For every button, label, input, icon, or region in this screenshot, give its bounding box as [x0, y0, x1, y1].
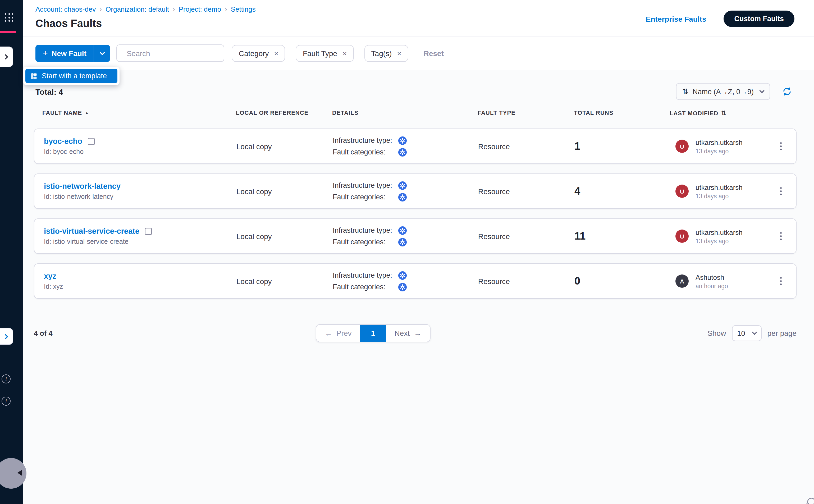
column-label: LOCAL OR REFERENCE	[236, 109, 308, 116]
start-with-template-item[interactable]: Start with a template	[25, 69, 117, 83]
fault-id: Id: byoc-echo	[44, 148, 84, 155]
breadcrumb-separator-icon: ›	[173, 5, 175, 13]
fault-id: Id: istio-network-latency	[44, 193, 113, 200]
new-fault-button[interactable]: + New Fault	[35, 45, 94, 62]
last-modified-cell: U utkarsh.utkarsh 13 days ago	[675, 129, 743, 163]
fault-name-cell: istio-network-latency Id: istio-network-…	[44, 174, 121, 208]
search-box	[117, 44, 225, 62]
column-label: LAST MODIFIED	[670, 110, 718, 116]
breadcrumb-account-link[interactable]: Account: chaos-dev	[35, 5, 96, 13]
column-fault-type: FAULT TYPE	[478, 109, 515, 116]
fault-icon-placeholder	[145, 228, 152, 235]
infra-type-label: Infrastructure type:	[333, 271, 395, 279]
total-runs-value: 1	[574, 129, 580, 163]
header-actions: Enterprise Faults Custom Faults	[646, 11, 794, 27]
page-size-select[interactable]: 10	[732, 325, 761, 341]
breadcrumb-organization-link[interactable]: Organization: default	[106, 5, 169, 13]
start-with-template-label: Start with a template	[42, 72, 107, 80]
template-icon	[30, 72, 38, 80]
page-size-value: 10	[737, 329, 745, 337]
column-last-modified[interactable]: LAST MODIFIED ⇅	[670, 109, 726, 117]
last-modified-cell: U utkarsh.utkarsh 13 days ago	[675, 219, 743, 253]
modified-by-name: utkarsh.utkarsh	[696, 228, 743, 236]
chevron-down-icon	[759, 88, 765, 93]
chevron-right-icon	[3, 54, 8, 59]
kubernetes-icon	[398, 238, 407, 246]
filter-chip-fault-type[interactable]: Fault Type ×	[296, 45, 354, 62]
avatar: A	[675, 274, 689, 288]
chevron-down-icon	[100, 50, 105, 55]
fault-icon-placeholder	[88, 138, 94, 145]
prev-page-button[interactable]: ← Prev	[316, 325, 360, 342]
close-icon[interactable]: ×	[274, 49, 278, 57]
row-menu-button[interactable]	[775, 264, 786, 298]
avatar: U	[675, 230, 689, 243]
chevron-down-icon	[752, 330, 757, 335]
column-total-runs: TOTAL RUNS	[574, 109, 613, 116]
page-header: Account: chaos-dev › Organization: defau…	[23, 0, 814, 36]
local-or-reference-value: Local copy	[236, 264, 272, 298]
fault-categories-label: Fault categories:	[333, 283, 395, 291]
sidebar-expand-button-secondary[interactable]	[0, 328, 13, 345]
page-1-button[interactable]: 1	[360, 325, 386, 342]
help-chat-icon[interactable]	[805, 496, 814, 504]
nav-resize-handle[interactable]	[0, 458, 26, 489]
filter-chips: Category × Fault Type × Tag(s) ×	[232, 45, 408, 62]
modified-by-name: utkarsh.utkarsh	[696, 138, 743, 146]
search-input[interactable]	[127, 49, 222, 57]
sort-ascending-icon: ▲	[85, 110, 89, 115]
collapse-arrow-icon	[17, 470, 22, 476]
breadcrumb-project-link[interactable]: Project: demo	[179, 5, 221, 13]
fault-id: Id: istio-virtual-service-create	[44, 238, 129, 245]
modified-time: an hour ago	[696, 283, 728, 289]
sort-icon: ⇅	[721, 109, 726, 117]
local-or-reference-value: Local copy	[236, 219, 272, 253]
local-or-reference-value: Local copy	[236, 129, 272, 163]
page-size-control: Show 10 per page	[707, 325, 797, 341]
screenshot-root: i i Account: chaos-dev › Organization: d…	[0, 0, 814, 504]
total-runs-value: 11	[574, 219, 586, 253]
content: Total: 4 ⇅ Name (A→Z, 0→9)	[23, 70, 814, 504]
modified-time: 13 days ago	[696, 238, 743, 244]
new-fault-dropdown-button[interactable]	[94, 45, 110, 62]
filter-chip-category[interactable]: Category ×	[232, 45, 285, 62]
filter-chip-tags[interactable]: Tag(s) ×	[364, 45, 408, 62]
custom-faults-button[interactable]: Custom Faults	[724, 11, 794, 27]
toolbar: + New Fault Category × Fault Type ×	[23, 36, 814, 70]
kubernetes-icon	[398, 226, 407, 235]
enterprise-faults-link[interactable]: Enterprise Faults	[646, 15, 706, 23]
fault-details: Infrastructure type: Fault categories:	[333, 219, 407, 253]
close-icon[interactable]: ×	[342, 49, 347, 57]
fault-name-link[interactable]: byoc-echo	[44, 137, 82, 145]
avatar: U	[675, 140, 689, 153]
row-menu-button[interactable]	[775, 129, 786, 163]
local-or-reference-value: Local copy	[236, 174, 272, 208]
sidebar-expand-button[interactable]	[0, 47, 13, 67]
column-local-or-reference: LOCAL OR REFERENCE	[236, 109, 308, 116]
per-page-label: per page	[767, 329, 797, 337]
row-menu-button[interactable]	[775, 174, 786, 208]
kubernetes-icon	[398, 271, 407, 280]
reset-filters-button[interactable]: Reset	[424, 49, 444, 57]
column-label: FAULT NAME	[42, 109, 82, 116]
sort-dropdown[interactable]: ⇅ Name (A→Z, 0→9)	[676, 83, 770, 100]
column-label: TOTAL RUNS	[574, 109, 613, 116]
close-icon[interactable]: ×	[397, 49, 401, 57]
fault-type-value: Resource	[478, 174, 510, 208]
fault-name-link[interactable]: istio-network-latency	[44, 182, 121, 190]
help-info-icon[interactable]: i	[2, 397, 11, 406]
breadcrumb-settings-link[interactable]: Settings	[231, 5, 256, 13]
next-page-button[interactable]: Next →	[386, 325, 430, 342]
info-icon[interactable]: i	[2, 374, 11, 383]
fault-name-link[interactable]: istio-virtual-service-create	[44, 227, 139, 235]
refresh-icon	[782, 86, 792, 97]
row-menu-button[interactable]	[775, 219, 786, 253]
new-fault-label: New Fault	[52, 49, 86, 57]
fault-name-link[interactable]: xyz	[44, 272, 56, 280]
column-fault-name[interactable]: FAULT NAME ▲	[42, 109, 89, 116]
pager: ← Prev 1 Next →	[316, 324, 430, 342]
refresh-button[interactable]	[782, 86, 792, 97]
app-grid-icon[interactable]	[5, 13, 14, 22]
arrow-right-icon: →	[414, 329, 421, 337]
fault-type-value: Resource	[478, 129, 510, 163]
